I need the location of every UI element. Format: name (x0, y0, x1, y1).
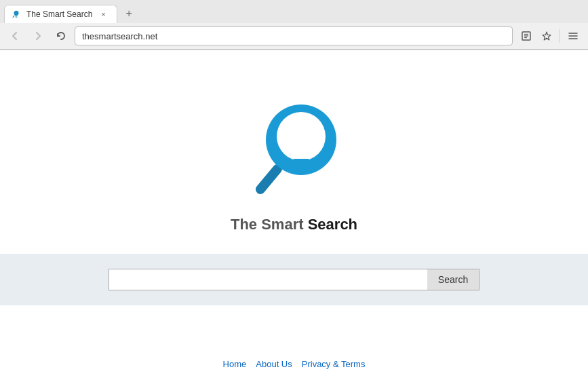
footer-about-link[interactable]: About Us (256, 359, 292, 369)
tab-title: The Smart Search (26, 10, 92, 19)
favorites-star-icon (541, 31, 552, 41)
svg-rect-1 (15, 15, 18, 16)
svg-rect-3 (16, 17, 18, 18)
svg-rect-2 (15, 16, 18, 17)
logo-area: The Smart Search (231, 91, 357, 233)
site-logo-icon (240, 91, 349, 213)
reading-list-button[interactable] (517, 26, 536, 45)
svg-rect-16 (293, 159, 309, 163)
tab-favicon-icon (12, 10, 21, 19)
logo-smart: Smart (261, 216, 303, 233)
toolbar-divider (560, 29, 560, 43)
svg-point-15 (277, 112, 326, 161)
forward-button[interactable] (28, 26, 47, 45)
svg-line-4 (13, 16, 14, 17)
logo-text: The Smart Search (231, 216, 357, 233)
search-area: Search (0, 254, 588, 305)
new-tab-button[interactable]: + (119, 4, 138, 23)
svg-rect-18 (296, 168, 307, 171)
footer-privacy-link[interactable]: Privacy & Terms (302, 359, 366, 369)
refresh-icon (56, 31, 66, 41)
menu-icon (568, 31, 579, 41)
menu-button[interactable] (564, 26, 583, 45)
forward-icon (33, 31, 43, 41)
refresh-button[interactable] (52, 26, 71, 45)
search-input[interactable] (109, 269, 427, 290)
logo-search: Search (308, 216, 357, 233)
back-button[interactable] (5, 26, 24, 45)
svg-marker-9 (543, 32, 551, 40)
page-content: The Smart Search Search Home About Us Pr… (0, 50, 588, 380)
footer: Home About Us Privacy & Terms (223, 348, 366, 380)
footer-home-link[interactable]: Home (223, 359, 247, 369)
tab-close-button[interactable]: × (98, 9, 109, 20)
toolbar-right-icons (517, 26, 583, 45)
svg-rect-17 (294, 164, 308, 167)
svg-point-0 (14, 11, 19, 16)
active-tab[interactable]: The Smart Search × (4, 5, 117, 23)
search-button[interactable]: Search (427, 269, 479, 290)
back-icon (10, 31, 20, 41)
browser-toolbar (0, 23, 588, 50)
tab-bar: The Smart Search × + (0, 0, 588, 23)
favorites-button[interactable] (537, 26, 556, 45)
reading-list-icon (521, 31, 532, 41)
logo-the: The (231, 216, 257, 233)
browser-chrome: The Smart Search × + (0, 0, 588, 50)
svg-line-13 (260, 169, 277, 189)
address-bar[interactable] (75, 26, 513, 45)
